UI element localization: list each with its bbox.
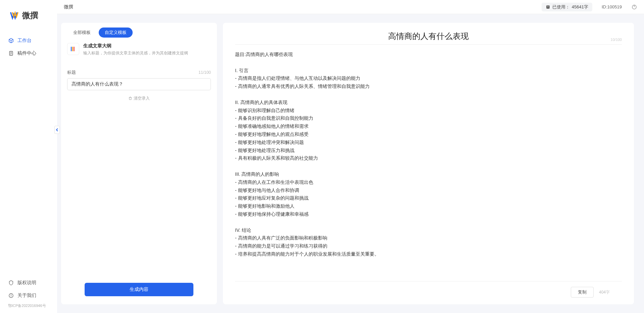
nav-menu: 工作台 稿件中心 [0, 34, 57, 276]
usage-value: 45641字 [572, 4, 588, 10]
logo-text: 微撰 [22, 10, 38, 21]
template-thumb-icon [67, 43, 79, 55]
doc-footer: 复制 404字 [235, 281, 622, 304]
tab-row: 全部模板 自定义模板 [61, 23, 217, 41]
tab-custom-templates[interactable]: 自定义模板 [99, 28, 133, 38]
footer-label: 关于我们 [17, 293, 36, 299]
header-right: T 已使用：45641字 ID:100519 [542, 3, 637, 11]
tab-all-templates[interactable]: 全部模板 [67, 28, 97, 38]
document-icon [8, 50, 14, 56]
sidebar-footer: 版权说明 关于我们 鄂ICP备2022016946号 [0, 276, 57, 313]
content-wrapper: 全部模板 自定义模板 生成文章大纲 输入标题，为你提供文章主体的灵感， [57, 14, 644, 313]
logo: 微撰 [0, 0, 57, 34]
form-area: 标题 11/100 清空录入 [61, 61, 217, 275]
template-card[interactable]: 生成文章大纲 输入标题，为你提供文章主体的灵感，并为其创建推文提纲 [67, 43, 211, 56]
template-title: 生成文章大纲 [83, 43, 211, 49]
clear-input-button[interactable]: 清空录入 [67, 96, 211, 101]
generate-btn-wrap: 生成内容 [61, 275, 217, 304]
nav-label: 稿件中心 [17, 50, 36, 56]
svg-rect-11 [129, 98, 131, 100]
template-desc: 输入标题，为你提供文章主体的灵感，并为其创建推文提纲 [83, 50, 211, 56]
power-icon[interactable] [631, 4, 637, 10]
clear-label: 清空录入 [134, 96, 150, 101]
trash-icon [128, 96, 132, 100]
right-panel: 高情商的人有什么表现 10/100 题目:高情商的人有哪些表现 I. 引言 - … [223, 23, 634, 304]
doc-title-row: 高情商的人有什么表现 10/100 [235, 23, 622, 45]
doc-body[interactable]: 题目:高情商的人有哪些表现 I. 引言 - 高情商是指人们处理情绪、与他人互动以… [223, 45, 634, 281]
main: 微撰 T 已使用：45641字 ID:100519 [57, 0, 644, 313]
footer-copyright[interactable]: 版权说明 [0, 276, 57, 289]
shield-icon [8, 280, 14, 286]
header-id: ID:100519 [602, 4, 622, 9]
svg-point-6 [11, 295, 11, 295]
sidebar: 微撰 工作台 [0, 0, 57, 313]
svg-text:T: T [547, 6, 549, 8]
word-count: 404字 [599, 290, 610, 295]
doc-title-counter: 10/100 [610, 38, 622, 42]
field-label: 标题 [67, 69, 76, 75]
header-title: 微撰 [64, 4, 73, 10]
footer-about[interactable]: 关于我们 [0, 289, 57, 302]
cube-icon [8, 38, 14, 44]
top-header: 微撰 T 已使用：45641字 ID:100519 [57, 0, 644, 14]
title-input[interactable] [67, 78, 211, 90]
nav-label: 工作台 [17, 38, 32, 44]
copy-button[interactable]: 复制 [571, 287, 594, 298]
footer-label: 版权说明 [17, 280, 36, 286]
info-icon [8, 293, 14, 299]
field-counter: 11/100 [198, 70, 211, 75]
nav-item-drafts[interactable]: 稿件中心 [0, 47, 57, 60]
field-label-row: 标题 11/100 [67, 69, 211, 75]
nav-item-workspace[interactable]: 工作台 [0, 34, 57, 47]
chevron-left-icon [56, 128, 58, 132]
sidebar-collapse-handle[interactable] [54, 126, 60, 134]
usage-prefix: 已使用： [552, 4, 570, 10]
logo-icon [10, 11, 19, 20]
generate-button[interactable]: 生成内容 [85, 283, 193, 296]
icp-text: 鄂ICP备2022016946号 [0, 302, 57, 310]
template-info: 生成文章大纲 输入标题，为你提供文章主体的灵感，并为其创建推文提纲 [83, 43, 211, 56]
text-icon: T [546, 5, 550, 9]
doc-title[interactable]: 高情商的人有什么表现 [388, 31, 469, 42]
usage-badge[interactable]: T 已使用：45641字 [542, 3, 592, 11]
left-panel: 全部模板 自定义模板 生成文章大纲 输入标题，为你提供文章主体的灵感， [61, 23, 217, 304]
